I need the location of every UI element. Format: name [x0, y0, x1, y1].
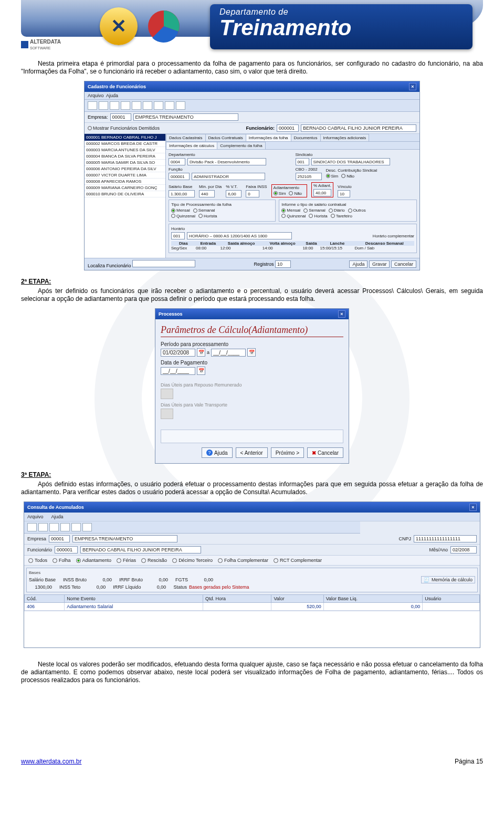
etapa3-heading: 3ª ETAPA: — [21, 471, 483, 478]
alterdata-logo: ALTERDATASOFTWARE — [21, 39, 61, 50]
ajuda-button[interactable]: Ajuda — [349, 260, 368, 268]
etapa3-paragraph: Após definido estas informações, o usuár… — [21, 480, 483, 496]
proximo-button[interactable]: Próximo > — [271, 447, 304, 458]
footer-link[interactable]: www.alterdata.com.br — [21, 758, 81, 765]
search-input[interactable] — [132, 260, 195, 267]
menu-arquivo[interactable]: Arquivo — [88, 93, 104, 98]
empresa-cod[interactable]: 00001 — [110, 113, 131, 121]
calendar-icon[interactable]: 📅 — [197, 348, 205, 357]
screenshot-consulta: Consulta de Acumulados× Arquivo Ajuda Em… — [24, 501, 480, 648]
screenshot-cadastro: Cadastro de Funcionários× Arquivo Ajuda … — [84, 81, 420, 270]
events-table: Cód.Nome EventoQtd. HoraValorValor Base … — [24, 594, 480, 611]
memoria-button[interactable]: 🧾Memória de cálculo — [421, 576, 475, 583]
date-to[interactable]: __/__/____ — [211, 349, 246, 357]
table-row[interactable]: 406Adiantamento Salarial520,000,00 — [25, 603, 480, 611]
paragraph-intro: Nesta primeira etapa é primordial para o… — [21, 60, 483, 76]
cancelar-button[interactable]: ✖Cancelar — [307, 447, 343, 458]
banner-title: Treinamento — [219, 17, 463, 39]
employee-list[interactable]: 000001 BERNADO CABRAL FILHO J 000002 MAR… — [85, 134, 166, 258]
calendar-icon[interactable]: 📅 — [247, 348, 256, 357]
empresa-nome[interactable]: EMPRESA TREINAMENTO — [133, 113, 238, 121]
toolbar — [85, 100, 419, 112]
banner: Departamento de Treinamento — [210, 4, 472, 49]
close-icon[interactable]: × — [338, 310, 345, 318]
close-icon[interactable]: × — [409, 83, 416, 90]
win-title: Consulta de Acumulados — [27, 505, 84, 510]
close-icon[interactable]: × — [469, 504, 477, 511]
ajuda-button[interactable]: ?Ajuda — [202, 447, 233, 458]
calendar-icon[interactable]: 📅 — [197, 367, 205, 375]
cancelar-button[interactable]: Cancelar — [391, 260, 416, 268]
etapa2-heading: 2ª ETAPA: — [21, 278, 483, 285]
anterior-button[interactable]: < Anterior — [236, 447, 268, 458]
progress-bar — [161, 430, 343, 443]
filter-radios: Todos Folha Adiantamento Férias Rescisão… — [24, 556, 480, 566]
win-title: Cadastro de Funcionários — [88, 84, 146, 89]
logo-circle: ✕ — [100, 7, 138, 45]
paragraph-last: Neste local os valores poderão ser modif… — [21, 661, 483, 684]
date-from[interactable]: 01/02/2008 — [161, 349, 195, 357]
main-tabs: Dados CadastraisDados ContratuaisInforma… — [166, 134, 419, 142]
screenshot-processos: Processos× Parâmetros de Cálculo(Adianta… — [155, 308, 349, 464]
proc-heading: Parâmetros de Cálculo(Adiantamento) — [161, 325, 343, 337]
doc-header: ✕ Departamento de Treinamento ALTERDATAS… — [21, 0, 483, 55]
pie-icon — [147, 9, 181, 43]
win-title: Processos — [159, 311, 183, 317]
etapa2-paragraph: Após ter definido os funcionários que ir… — [21, 287, 483, 303]
page-number: Página 15 — [455, 758, 483, 765]
gravar-button[interactable]: Gravar — [369, 260, 390, 268]
date-pag[interactable]: __/__/____ — [161, 367, 195, 375]
menu-ajuda[interactable]: Ajuda — [106, 93, 118, 98]
